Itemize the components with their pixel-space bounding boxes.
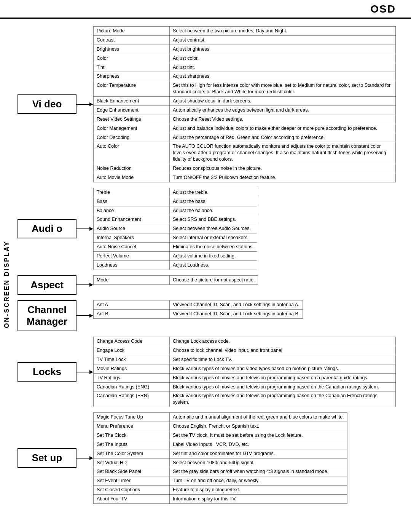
item-description: Eliminates the noise between stations. xyxy=(170,243,257,252)
category-video: Vi deo xyxy=(18,94,76,114)
table-row: Auto Movie ModeTurn ON/OFF the 3:2 Pulld… xyxy=(94,173,396,182)
table-row: Audio SourceSelect between three Audio S… xyxy=(94,224,257,233)
category-channel-manager: Channel Manager xyxy=(18,300,76,331)
item-name: Menu Preference xyxy=(94,422,170,431)
section-channel-manager: Channel Manager Ant AView/edit Channel I… xyxy=(18,300,396,331)
table-row: TV Time LockSet specific time to Lock TV… xyxy=(94,355,396,364)
table-channel-manager: Ant AView/edit Channel ID, Scan, and Loc… xyxy=(93,300,303,319)
item-description: Label Video Inputs , VCR, DVD, etc. xyxy=(170,440,347,449)
arrow-video xyxy=(76,100,93,109)
item-name: Set The Clock xyxy=(94,431,170,440)
item-name: Set Black Side Panel xyxy=(94,467,170,476)
item-name: Picture Mode xyxy=(94,27,170,36)
table-row: Internal SpeakersSelect internal or exte… xyxy=(94,233,257,243)
item-name: Tint xyxy=(94,63,170,72)
item-name: Balance xyxy=(94,206,170,215)
table-row: Set Event TimerTurn TV on and off once, … xyxy=(94,476,347,486)
item-description: Choose to lock channel, video input, and… xyxy=(170,346,396,355)
item-description: Adjust the bass. xyxy=(170,197,257,206)
item-name: Perfect Volume xyxy=(94,251,170,260)
item-description: Automatically enhances the edges between… xyxy=(170,105,396,115)
table-row: Set The ClockSet the TV clock. It must b… xyxy=(94,431,347,440)
item-description: Adjust the percentage of Red, Green and … xyxy=(170,133,396,142)
table-row: Set Black Side PanelSet the gray side ba… xyxy=(94,467,347,476)
table-row: Auto Noise CancelEliminates the noise be… xyxy=(94,243,257,252)
item-name: Color Decoding xyxy=(94,133,170,142)
table-row: ModeChoose the picture format aspect rat… xyxy=(94,275,258,284)
item-name: Mode xyxy=(94,275,170,284)
item-description: Choose English, French, or Spanish text. xyxy=(170,422,347,431)
table-row: BrightnessAdjust brightness. xyxy=(94,45,396,54)
table-row: BalanceAdjust the balance. xyxy=(94,206,257,215)
svg-marker-11 xyxy=(89,456,93,460)
item-description: Select internal or external speakers. xyxy=(170,233,257,243)
table-row: TV RatingsBlock various types of movies … xyxy=(94,373,396,382)
table-row: Set Virtual HDSelect between 1080i and 5… xyxy=(94,458,347,467)
item-description: Adjust contrast. xyxy=(170,35,396,45)
item-description: Turn ON/OFF the 3:2 Pulldown detection f… xyxy=(170,173,396,182)
item-description: Adjust volume in fixed setting. xyxy=(170,251,257,260)
arrow-setup xyxy=(76,454,93,463)
table-row: ColorAdjust color. xyxy=(94,54,396,63)
item-description: Reduces conspicuous noise in the picture… xyxy=(170,164,396,173)
svg-marker-9 xyxy=(89,370,93,374)
item-name: Set The Color System xyxy=(94,449,170,458)
table-row: Magic Focus Tune UpAutomatic and manual … xyxy=(94,413,347,422)
table-row: TintAdjust tint. xyxy=(94,63,396,72)
table-row: Ant BView/edit Channel ID, Scan, and Loc… xyxy=(94,309,303,318)
arrow-aspect xyxy=(76,280,93,289)
table-row: Sound EnhancementSelect SRS and BBE sett… xyxy=(94,215,257,224)
item-name: Audio Source xyxy=(94,224,170,233)
item-name: Set Closed Captions xyxy=(94,486,170,495)
item-name: Auto Noise Cancel xyxy=(94,243,170,252)
table-row: Noise ReductionReduces conspicuous noise… xyxy=(94,164,396,173)
item-description: Adjust color. xyxy=(170,54,396,63)
item-description: Choose the Reset Video settings. xyxy=(170,115,396,124)
item-name: Noise Reduction xyxy=(94,164,170,173)
item-name: Auto Color xyxy=(94,142,170,164)
category-audio: Audi o xyxy=(18,219,76,238)
item-description: Set specific time to Lock TV. xyxy=(170,355,396,364)
item-description: Adjust sharpness. xyxy=(170,72,396,81)
item-name: Sound Enhancement xyxy=(94,215,170,224)
page-title: OSD xyxy=(370,3,396,15)
table-row: Canadian Ratings (FRN)Block various type… xyxy=(94,391,396,407)
item-description: Feature to display dialogue/text. xyxy=(170,486,347,495)
table-row: Menu PreferenceChoose English, French, o… xyxy=(94,422,347,431)
item-description: Change Lock access code. xyxy=(170,337,396,346)
item-name: Black Enhancement xyxy=(94,97,170,106)
item-name: Contrast xyxy=(94,35,170,45)
item-name: Ant B xyxy=(94,309,170,318)
table-row: Engage LockChoose to lock channel, video… xyxy=(94,346,396,355)
arrow-channel-manager xyxy=(76,311,93,320)
section-aspect: Aspect ModeChoose the picture format asp… xyxy=(18,275,396,295)
item-description: Adjust the balance. xyxy=(170,206,257,215)
item-description: Select between three Audio Sources. xyxy=(170,224,257,233)
table-row: Color DecodingAdjust the percentage of R… xyxy=(94,133,396,142)
item-description: View/edit Channel ID, Scan, and Lock set… xyxy=(170,309,303,318)
table-audio: TrebleAdjust the treble.BassAdjust the b… xyxy=(93,188,257,270)
item-name: Loudness xyxy=(94,260,170,270)
sidebar-label-text: ON-SCREEN DISPLAY xyxy=(3,241,11,328)
item-description: Adjust brightness. xyxy=(170,45,396,54)
item-name: Auto Movie Mode xyxy=(94,173,170,182)
item-name: Bass xyxy=(94,197,170,206)
item-name: Color Management xyxy=(94,124,170,133)
table-row: Set The InputsLabel Video Inputs , VCR, … xyxy=(94,440,347,449)
item-name: Set Event Timer xyxy=(94,476,170,486)
table-row: BassAdjust the bass. xyxy=(94,197,257,206)
table-row: Set The Color SystemSet tint and color c… xyxy=(94,449,347,458)
item-name: Color xyxy=(94,54,170,63)
item-name: Edge Enhancement xyxy=(94,105,170,115)
table-video: Picture ModeSelect between the two pictu… xyxy=(93,26,396,182)
item-description: Select between 1080i and 540p signal. xyxy=(170,458,347,467)
table-row: Auto ColorThe AUTO COLOR function automa… xyxy=(94,142,396,164)
svg-marker-7 xyxy=(89,314,93,318)
table-setup: Magic Focus Tune UpAutomatic and manual … xyxy=(93,412,347,504)
table-locks: Change Access CodeChange Lock access cod… xyxy=(93,337,396,407)
table-row: Picture ModeSelect between the two pictu… xyxy=(94,27,396,36)
item-description: Adjust and balance individual colors to … xyxy=(170,124,396,133)
svg-marker-5 xyxy=(89,283,93,287)
item-description: Set this to High for less intense color … xyxy=(170,81,396,97)
category-setup: Set up xyxy=(18,448,76,468)
